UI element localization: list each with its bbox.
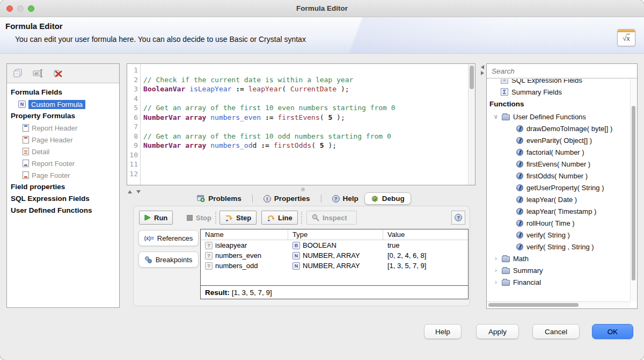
function-item[interactable]: frollHour( Time ) — [487, 217, 630, 229]
editor-scroll-thumb[interactable] — [470, 66, 474, 89]
delete-formula-icon[interactable] — [52, 68, 64, 79]
field-tree-item[interactable]: ≡SQL Expression Fields — [487, 79, 630, 86]
doc-top-red-icon — [23, 136, 29, 143]
inspect-button[interactable]: Inspect — [306, 211, 357, 225]
tree-category[interactable]: Property Formulas — [7, 110, 119, 122]
code-line[interactable]: BooleanVar isLeapYear := leapYear( Curre… — [143, 84, 468, 94]
tree-category[interactable]: Field properties — [7, 181, 119, 193]
tree-item[interactable]: Page Footer — [7, 169, 119, 181]
function-item[interactable]: fleapYear( Timestamp ) — [487, 205, 630, 217]
stop-button[interactable]: Stop — [182, 211, 216, 225]
splitter-collapse-left-icon[interactable] — [481, 65, 484, 69]
function-category-row[interactable]: ›Summary — [487, 264, 630, 276]
tab-problems[interactable]: Problems — [191, 193, 247, 204]
line-button[interactable]: Line — [261, 211, 298, 225]
function-category-label: Summary — [513, 267, 543, 275]
function-item[interactable]: fverify( String ) — [487, 229, 630, 241]
field-tree-item[interactable]: ΣSummary Fields — [487, 86, 630, 98]
function-label: leapYear( Timestamp ) — [526, 207, 596, 215]
function-category-row[interactable]: ›Financial — [487, 276, 630, 288]
function-item[interactable]: ffirstOdds( Number ) — [487, 170, 630, 182]
tree-item[interactable]: Detail — [7, 146, 119, 157]
tree-item[interactable]: Report Header — [7, 122, 119, 134]
column-name[interactable]: Name — [201, 229, 288, 240]
line-number: 9 — [127, 141, 138, 150]
function-item[interactable]: ffirstEvens( Number ) — [487, 158, 630, 170]
code-line[interactable]: NumberVar array numbers_odd := firstOdds… — [143, 141, 468, 150]
splitter-grip[interactable] — [301, 188, 305, 191]
tree-category[interactable]: Formula Fields — [7, 87, 119, 98]
udf-group-label: User Defined Functions — [513, 113, 586, 121]
inspect-label: Inspect — [323, 214, 347, 222]
function-category-row[interactable]: ›Math — [487, 253, 630, 264]
step-button[interactable]: Step — [219, 211, 257, 225]
functions-hscroll-thumb[interactable] — [488, 303, 579, 307]
functions-horizontal-scrollbar[interactable] — [487, 301, 630, 308]
references-button[interactable]: (x)= References — [138, 230, 199, 246]
code-line[interactable] — [143, 150, 468, 160]
code-area[interactable]: // Check if the current date is within a… — [141, 64, 468, 185]
code-line[interactable]: // Get an array of the first 10 even num… — [143, 103, 468, 113]
result-value: [1, 3, 5, 7, 9] — [232, 289, 272, 297]
column-type[interactable]: Type — [288, 229, 383, 240]
function-item[interactable]: fevenParity( Object[] ) — [487, 134, 630, 146]
breakpoints-button[interactable]: Breakpoints — [138, 251, 199, 268]
search-input[interactable] — [487, 64, 637, 78]
splitter-collapse-right-icon[interactable] — [481, 71, 484, 75]
cell-name: ?numbers_even — [201, 250, 288, 261]
function-item[interactable]: fgetUserProperty( String ) — [487, 182, 630, 193]
function-item[interactable]: fverify( String , String ) — [487, 241, 630, 253]
step-label: Step — [236, 214, 251, 222]
sqrt-x-formula-icon: √x — [617, 29, 635, 46]
function-label: leapYear( Date ) — [526, 196, 577, 204]
tree-item[interactable]: Page Header — [7, 134, 119, 146]
run-button[interactable]: Run — [139, 211, 173, 225]
code-line[interactable] — [143, 169, 468, 179]
right-panel-splitter[interactable] — [479, 65, 486, 80]
udf-group-row[interactable]: ∨User Defined Functions — [487, 111, 630, 123]
variable-type: NUMBER, ARRAY — [303, 251, 360, 260]
tree-item[interactable]: Report Footer — [7, 157, 119, 169]
function-item[interactable]: fleapYear( Date ) — [487, 193, 630, 205]
debug-help-button[interactable]: ? — [451, 211, 465, 225]
function-icon: f — [516, 161, 523, 168]
tab-separator — [321, 195, 321, 203]
doc-top-blue-icon — [23, 124, 29, 132]
tab-help-label: Help — [343, 195, 358, 203]
table-row[interactable]: ?numbers_evenNNUMBER, ARRAY[0, 2, 4, 6, … — [201, 250, 468, 261]
functions-vertical-scrollbar[interactable] — [630, 79, 636, 301]
bottom-tabbar: Problems ! Properties ? Help Debug — [127, 191, 475, 206]
new-formula-icon[interactable] — [12, 68, 24, 79]
tab-properties[interactable]: ! Properties — [258, 193, 316, 204]
code-line[interactable] — [143, 66, 468, 75]
tree-category[interactable]: User Defined Functions — [7, 205, 119, 217]
function-item[interactable]: fdrawDemoToImage( byte[] ) — [487, 123, 630, 134]
help-button[interactable]: Help — [424, 324, 462, 339]
formula-code-editor[interactable]: 123456789101112 // Check if the current … — [127, 63, 475, 185]
line-label: Line — [278, 214, 292, 222]
tab-help[interactable]: ? Help — [326, 193, 364, 204]
column-value[interactable]: Value — [383, 229, 468, 240]
code-line[interactable]: // Check if the current date is within a… — [143, 75, 468, 85]
code-line[interactable]: NumberVar array numbers_even := firstEve… — [143, 113, 468, 123]
code-line[interactable] — [143, 122, 468, 132]
tree-category[interactable]: SQL Expression Fields — [7, 193, 119, 205]
table-row[interactable]: ?numbers_oddNNUMBER, ARRAY[1, 3, 5, 7, 9… — [201, 261, 468, 271]
rename-formula-icon[interactable]: ab — [32, 68, 44, 79]
table-row[interactable]: ?isleapyearBBOOLEANtrue — [201, 240, 468, 250]
apply-button[interactable]: Apply — [476, 324, 519, 339]
code-line[interactable]: // Get an array of the first 10 odd numb… — [143, 132, 468, 141]
code-line[interactable] — [143, 160, 468, 169]
function-icon: f — [516, 232, 523, 239]
table-body: ?isleapyearBBOOLEANtrue?numbers_evenNNUM… — [201, 240, 468, 285]
line-number: 2 — [127, 75, 138, 85]
editor-vertical-scrollbar[interactable] — [468, 64, 475, 185]
functions-scroll-thumb[interactable] — [632, 106, 635, 280]
tree-item[interactable]: NCustom Formula — [7, 98, 119, 110]
ok-button[interactable]: OK — [592, 324, 633, 339]
variable-value: [1, 3, 5, 7, 9] — [387, 262, 426, 270]
function-item[interactable]: ffactorial( Number ) — [487, 146, 630, 158]
cancel-button[interactable]: Cancel — [532, 324, 580, 339]
tab-debug[interactable]: Debug — [364, 192, 411, 205]
code-line[interactable] — [143, 94, 468, 104]
